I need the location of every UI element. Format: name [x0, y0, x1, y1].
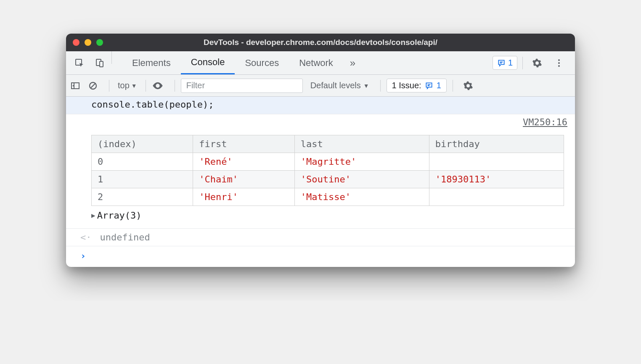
inspect-element-icon[interactable] — [69, 51, 90, 74]
device-toolbar-icon[interactable] — [90, 51, 110, 74]
titlebar: DevTools - developer.chrome.com/docs/dev… — [66, 34, 575, 51]
table-row[interactable]: 1 'Chaim' 'Soutine' '18930113' — [92, 171, 564, 188]
execution-context-selector[interactable]: top ▼ — [115, 81, 140, 90]
cell-last: 'Soutine' — [294, 171, 429, 188]
cell-birthday — [429, 153, 564, 171]
separator — [111, 51, 112, 64]
col-first[interactable]: first — [193, 135, 294, 153]
context-label: top — [118, 81, 130, 90]
table-row[interactable]: 2 'Henri' 'Matisse' — [92, 188, 564, 206]
filter-placeholder: Filter — [186, 81, 205, 90]
issues-label: 1 Issue: — [392, 81, 421, 90]
table-row[interactable]: 0 'René' 'Magritte' — [92, 153, 564, 171]
cell-birthday — [429, 188, 564, 206]
live-expression-button[interactable] — [152, 80, 169, 92]
clear-icon — [88, 81, 98, 91]
separator — [146, 80, 146, 92]
separator — [380, 80, 381, 92]
console-output: console.table(people); VM250:16 (index) … — [66, 97, 575, 267]
levels-label: Default levels — [310, 81, 361, 90]
console-filter-bar: top ▼ Filter Default levels ▼ 1 Issue: 1 — [66, 75, 575, 97]
issues-badge[interactable]: 1 Issue: 1 — [387, 79, 447, 92]
svg-rect-2 — [100, 61, 103, 67]
eye-icon — [152, 80, 164, 92]
chevron-down-icon: ▼ — [131, 82, 137, 89]
return-value: undefined — [100, 232, 150, 243]
expand-triangle-icon: ▶ — [91, 211, 95, 219]
cell-index: 0 — [92, 153, 193, 171]
array-summary-text: Array(3) — [97, 210, 142, 221]
col-last[interactable]: last — [294, 135, 429, 153]
messages-badge[interactable]: 1 — [493, 56, 517, 70]
settings-button[interactable] — [528, 58, 546, 68]
tab-network[interactable]: Network — [289, 51, 343, 74]
array-summary[interactable]: ▶ Array(3) — [91, 208, 569, 225]
col-index[interactable]: (index) — [92, 135, 193, 153]
minimize-window-button[interactable] — [85, 39, 91, 46]
console-prompt[interactable]: › — [66, 246, 575, 267]
more-options-button[interactable] — [550, 58, 568, 68]
close-window-button[interactable] — [73, 39, 79, 46]
cell-index: 2 — [92, 188, 193, 206]
svg-point-5 — [558, 65, 560, 67]
cell-first: 'Chaim' — [193, 171, 294, 188]
console-settings-button[interactable] — [459, 81, 477, 91]
devtools-window: DevTools - developer.chrome.com/docs/dev… — [66, 34, 575, 267]
cell-birthday: '18930113' — [429, 171, 564, 188]
log-levels-selector[interactable]: Default levels ▼ — [305, 81, 374, 90]
separator — [522, 57, 523, 69]
svg-point-3 — [558, 59, 560, 61]
cell-first: 'René' — [193, 153, 294, 171]
toolbar-right: 1 — [493, 51, 572, 74]
gear-icon — [463, 81, 473, 91]
console-input-echo: console.table(people); — [66, 97, 575, 114]
cell-last: 'Magritte' — [294, 153, 429, 171]
return-value-row: <· undefined — [66, 228, 575, 246]
more-tabs-button[interactable]: » — [343, 51, 362, 74]
source-link[interactable]: VM250:16 — [523, 117, 567, 127]
source-location: VM250:16 — [66, 114, 575, 130]
cell-last: 'Matisse' — [294, 188, 429, 206]
col-birthday[interactable]: birthday — [429, 135, 564, 153]
window-controls — [73, 39, 103, 46]
svg-point-4 — [558, 62, 560, 64]
cell-index: 1 — [92, 171, 193, 188]
kebab-icon — [554, 58, 564, 68]
cell-first: 'Henri' — [193, 188, 294, 206]
window-title: DevTools - developer.chrome.com/docs/dev… — [66, 38, 575, 47]
filter-input[interactable]: Filter — [181, 79, 303, 93]
console-table-output: (index) first last birthday 0 'René' 'Ma… — [66, 130, 575, 228]
messages-count: 1 — [508, 58, 513, 68]
message-icon — [497, 59, 506, 67]
data-table: (index) first last birthday 0 'René' 'Ma… — [91, 135, 564, 206]
table-header-row: (index) first last birthday — [92, 135, 564, 153]
issues-count: 1 — [437, 81, 441, 90]
return-arrow-icon: <· — [80, 232, 92, 243]
clear-console-button[interactable] — [88, 81, 103, 91]
tab-elements[interactable]: Elements — [122, 51, 181, 74]
message-icon — [425, 82, 433, 90]
panel-tabs: Elements Console Sources Network — [122, 51, 343, 74]
separator — [109, 80, 109, 92]
tab-sources[interactable]: Sources — [235, 51, 289, 74]
separator — [175, 80, 175, 92]
maximize-window-button[interactable] — [96, 39, 103, 46]
separator — [453, 80, 453, 92]
chevron-down-icon: ▼ — [363, 82, 369, 89]
toggle-sidebar-button[interactable] — [70, 81, 85, 91]
tab-console[interactable]: Console — [181, 51, 235, 74]
gear-icon — [532, 58, 542, 68]
main-toolbar: Elements Console Sources Network » 1 — [66, 51, 575, 75]
